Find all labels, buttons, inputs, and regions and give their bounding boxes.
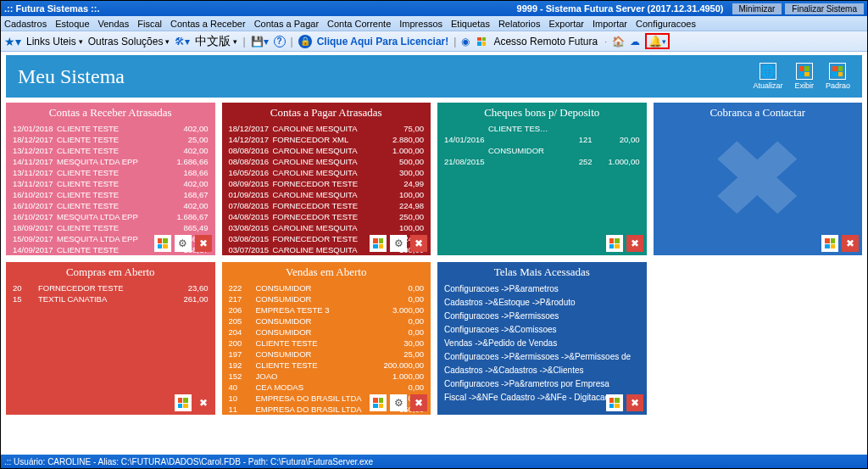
- list-item[interactable]: Configuracoes ->P&ermissoes: [444, 310, 640, 323]
- bell-dropdown-icon[interactable]: ▾: [662, 37, 666, 46]
- table-row[interactable]: CLIENTE TESTE: [444, 123, 640, 134]
- table-row[interactable]: 20FORNECEDOR TESTE23,60: [13, 282, 209, 293]
- outras-solucoes[interactable]: Outras Soluções: [88, 36, 170, 47]
- table-row[interactable]: 206EMPRESA TESTE 33.000,00: [229, 304, 425, 315]
- card-win-button[interactable]: [175, 394, 192, 411]
- list-item[interactable]: Configuracoes ->Pa&rametros por Empresa: [444, 377, 640, 391]
- finalize-button[interactable]: Finalizar Sistema: [785, 3, 864, 14]
- table-row[interactable]: 16/05/2016CAROLINE MESQUITA300,00: [229, 167, 425, 178]
- table-row[interactable]: 14/01/201612120,00: [444, 134, 640, 145]
- target-icon[interactable]: ◉: [461, 36, 470, 47]
- menu-contas-receber[interactable]: Contas a Receber: [170, 19, 246, 29]
- table-row[interactable]: 204CONSUMIDOR0,00: [229, 327, 425, 338]
- card-win-button[interactable]: [606, 235, 623, 252]
- menu-configuracoes[interactable]: Configuracoes: [636, 19, 696, 29]
- card-win-button[interactable]: [370, 235, 387, 252]
- cell-id: 204: [229, 327, 251, 338]
- cell-value: 2.880,00: [381, 134, 424, 145]
- table-row[interactable]: 14/11/2017MESQUITA LTDA EPP1.686,66: [13, 156, 209, 167]
- table-row[interactable]: 13/12/2017CLIENTE TESTE402,00: [13, 145, 209, 156]
- table-row[interactable]: 01/09/2015CAROLINE MESQUITA100,00: [229, 189, 425, 200]
- table-row[interactable]: 08/08/2016CAROLINE MESQUITA500,00: [229, 156, 425, 167]
- cell-value: 100,00: [381, 189, 424, 200]
- table-row[interactable]: 40CEA MODAS0,00: [229, 382, 425, 393]
- table-row[interactable]: 200CLIENTE TESTE30,00: [229, 338, 425, 349]
- card-close-button[interactable]: ✖: [626, 394, 643, 411]
- card-win-button[interactable]: [370, 394, 387, 411]
- table-row[interactable]: 205CONSUMIDOR0,00: [229, 315, 425, 327]
- menu-etiquetas[interactable]: Etiquetas: [451, 19, 490, 29]
- table-row[interactable]: 217CONSUMIDOR0,00: [229, 293, 425, 304]
- table-row[interactable]: 18/12/2017CAROLINE MESQUITA75,00: [229, 123, 425, 134]
- list-item[interactable]: Configuracoes ->P&ermissoes ->&Permissoe…: [444, 350, 640, 364]
- table-row[interactable]: 192CLIENTE TESTE200.000,00: [229, 360, 425, 371]
- menu-impressos[interactable]: Impressos: [399, 19, 442, 29]
- table-row[interactable]: 07/08/2015FORNECEDOR TESTE224,98: [229, 200, 425, 211]
- table-row[interactable]: CONSUMIDOR: [444, 145, 640, 156]
- grid-icon[interactable]: [475, 35, 488, 48]
- card-gear-button[interactable]: ⚙: [390, 394, 407, 411]
- card-gear-button[interactable]: ⚙: [175, 235, 192, 252]
- table-row[interactable]: 13/11/2017CLIENTE TESTE168,66: [13, 167, 209, 178]
- cell-name: CLIENTE TESTE: [256, 360, 377, 371]
- table-row[interactable]: 16/10/2017CLIENTE TESTE402,00: [13, 200, 209, 211]
- table-row[interactable]: 16/10/2017MESQUITA LTDA EPP1.686,67: [13, 211, 209, 222]
- table-row[interactable]: 16/10/2017CLIENTE TESTE168,67: [13, 189, 209, 200]
- show-button[interactable]: Exibir: [794, 63, 814, 90]
- home-icon[interactable]: 🏠: [612, 36, 625, 47]
- list-item[interactable]: Configuracoes ->&Comissoes: [444, 323, 640, 337]
- table-row[interactable]: 18/09/2017CLIENTE TESTE865,49: [13, 222, 209, 233]
- remote-access[interactable]: Acesso Remoto Futura: [493, 36, 598, 47]
- card-close-button[interactable]: ✖: [410, 235, 427, 252]
- refresh-button[interactable]: 🌐Atualizar: [753, 63, 782, 90]
- card-close-button[interactable]: ✖: [626, 235, 643, 252]
- links-uteis[interactable]: Links Uteis: [26, 36, 83, 47]
- menu-relatorios[interactable]: Relatorios: [498, 19, 541, 29]
- table-row[interactable]: 197CONSUMIDOR25,00: [229, 349, 425, 360]
- minimize-button[interactable]: Minimizar: [732, 3, 782, 14]
- bell-icon[interactable]: 🔔: [648, 35, 662, 47]
- default-button[interactable]: Padrao: [826, 63, 850, 90]
- menu-vendas[interactable]: Vendas: [98, 19, 130, 29]
- cell-name: CLIENTE TESTE: [256, 338, 377, 349]
- table-row[interactable]: 21/08/20152521.000,00: [444, 156, 640, 167]
- table-row[interactable]: 04/08/2015FORNECEDOR TESTE250,00: [229, 211, 425, 222]
- table-row[interactable]: 08/09/2015FORNECEDOR TESTE24,99: [229, 178, 425, 189]
- table-row[interactable]: 12/01/2018CLIENTE TESTE402,00: [13, 123, 209, 134]
- table-row[interactable]: 13/11/2017CLIENTE TESTE402,00: [13, 178, 209, 189]
- cell-date: 13/12/2017: [13, 145, 52, 156]
- list-item[interactable]: Cadastros ->&Estoque ->P&roduto: [444, 296, 640, 310]
- list-item[interactable]: Configuracoes ->P&arametros: [444, 282, 640, 296]
- table-row[interactable]: 08/08/2016CAROLINE MESQUITA1.000,00: [229, 145, 425, 156]
- menu-contas-pagar[interactable]: Contas a Pagar: [254, 19, 319, 29]
- menu-cadastros[interactable]: Cadastros: [4, 19, 47, 29]
- card-close-button[interactable]: ✖: [842, 235, 859, 252]
- card-close-button[interactable]: ✖: [195, 235, 212, 252]
- card-gear-button[interactable]: ⚙: [390, 235, 407, 252]
- menu-fiscal[interactable]: Fiscal: [137, 19, 162, 29]
- table-row[interactable]: 14/12/2017FORNECEDOR XML2.880,00: [229, 134, 425, 145]
- list-item[interactable]: Cadastros ->&Cadastros ->&Clientes: [444, 364, 640, 377]
- menu-exportar[interactable]: Exportar: [548, 19, 584, 29]
- card-close-button[interactable]: ✖: [195, 394, 212, 411]
- table-row[interactable]: 18/12/2017CLIENTE TESTE25,00: [13, 134, 209, 145]
- license-link[interactable]: Clique Aqui Para Licenciar!: [317, 36, 449, 47]
- cloud-icon[interactable]: ☁: [630, 36, 640, 47]
- tools-icon[interactable]: 🛠▾: [175, 36, 190, 47]
- save-icon[interactable]: 💾▾: [251, 36, 269, 47]
- menu-importar[interactable]: Importar: [593, 19, 627, 29]
- menu-conta-corrente[interactable]: Conta Corrente: [327, 19, 391, 29]
- card-close-button[interactable]: ✖: [410, 394, 427, 411]
- menu-estoque[interactable]: Estoque: [55, 19, 89, 29]
- card-win-button[interactable]: [606, 394, 623, 411]
- card-win-button[interactable]: [821, 235, 838, 252]
- card-win-button[interactable]: [154, 235, 171, 252]
- table-row[interactable]: 152JOAO1.000,00: [229, 371, 425, 382]
- table-row[interactable]: 03/08/2015CAROLINE MESQUITA100,00: [229, 222, 425, 233]
- table-row[interactable]: 15TEXTIL CANATIBA261,00: [13, 293, 209, 304]
- chinese-toggle[interactable]: 中文版: [195, 34, 237, 49]
- star-icon[interactable]: ★▾: [4, 35, 21, 48]
- help-icon[interactable]: ?: [274, 36, 286, 47]
- list-item[interactable]: Vendas ->&Pedido de Vendas: [444, 337, 640, 350]
- table-row[interactable]: 222CONSUMIDOR0,00: [229, 282, 425, 293]
